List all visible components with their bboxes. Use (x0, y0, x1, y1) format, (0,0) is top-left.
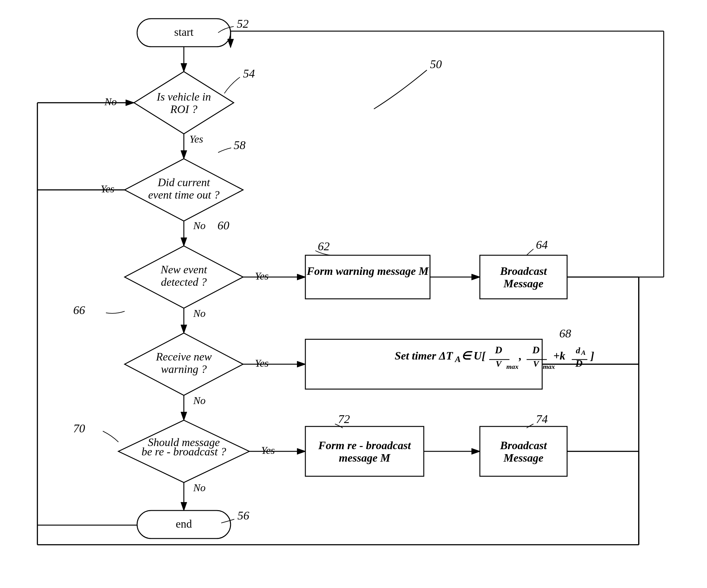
timer-d3: D (575, 358, 582, 369)
label-yes-recvwarn: Yes (255, 357, 269, 369)
timer-vmax1-sub: max (506, 363, 518, 370)
label-yes-newevent: Yes (255, 270, 269, 282)
box-form-rebroadcast-text1: Form re - broadcast (318, 439, 411, 452)
diamond-timeout-text2: event time out ? (148, 189, 220, 201)
ref-56: 56 (237, 509, 249, 522)
ref-58: 58 (234, 139, 245, 152)
timer-vmax1: V (496, 359, 502, 369)
box-broadcast2-text1: Broadcast (500, 439, 547, 452)
label-no-newevent: No (193, 307, 206, 319)
ref-74: 74 (536, 412, 548, 426)
timer-comma: , (519, 350, 522, 362)
ref-72: 72 (338, 412, 350, 426)
diamond-recv-warn-text2: warning ? (161, 363, 207, 375)
timer-da-num: d (576, 345, 580, 355)
label-no-roi: No (104, 96, 117, 107)
diamond-new-event-text1: New event (161, 263, 207, 276)
label-no-rebroadcast: No (193, 482, 206, 493)
timer-d2: D (532, 344, 539, 356)
diamond-recv-warn-text1: Receive new (156, 351, 212, 363)
label-yes-rebroadcast: Yes (261, 444, 275, 456)
box-broadcast1-text2: Message (503, 277, 543, 290)
diamond-roi-text2: ROI ? (170, 103, 198, 115)
timer-plus-k: +k (553, 350, 566, 362)
ref-52: 52 (237, 17, 249, 30)
box-set-timer-eq: ∈ U[ (461, 350, 486, 362)
flowchart-diagram: 50 start 52 Is vehicle in ROI ? 54 No Ye… (0, 0, 707, 588)
ref-68: 68 (559, 327, 571, 340)
label-no-recvwarn: No (193, 395, 206, 406)
diamond-roi-text1: Is vehicle in (157, 90, 211, 103)
box-form-warning-text1: Form warning message M (306, 265, 429, 277)
ref-62: 62 (318, 240, 330, 253)
box-broadcast2-text2: Message (503, 452, 543, 464)
ref-66: 66 (73, 303, 85, 317)
ref-64: 64 (536, 238, 548, 251)
timer-vmax2: V (533, 359, 540, 369)
diamond-rebroadcast-text2: be re - broadcast ? (141, 445, 226, 458)
label-no-timeout: No (193, 220, 206, 231)
ref-50: 50 (430, 58, 442, 71)
label-yes-timeout: Yes (101, 183, 114, 194)
box-broadcast1-text1: Broadcast (500, 265, 547, 277)
box-set-timer-text: Set timer ΔT (395, 350, 454, 362)
diamond-new-event-text2: detected ? (161, 276, 207, 288)
label-yes-roi: Yes (190, 133, 203, 145)
ref-60: 60 (217, 219, 229, 232)
timer-d1: D (495, 344, 502, 356)
start-label: start (174, 26, 194, 38)
diamond-timeout-text1: Did current (157, 176, 210, 189)
timer-bracket-close: ] (590, 350, 594, 362)
end-label: end (176, 518, 192, 530)
box-set-timer-subscript: A (454, 354, 461, 364)
ref-54: 54 (243, 67, 255, 80)
box-form-rebroadcast-text2: message M (339, 452, 391, 464)
timer-da-sub: A (580, 348, 586, 357)
ref-70: 70 (73, 422, 85, 435)
